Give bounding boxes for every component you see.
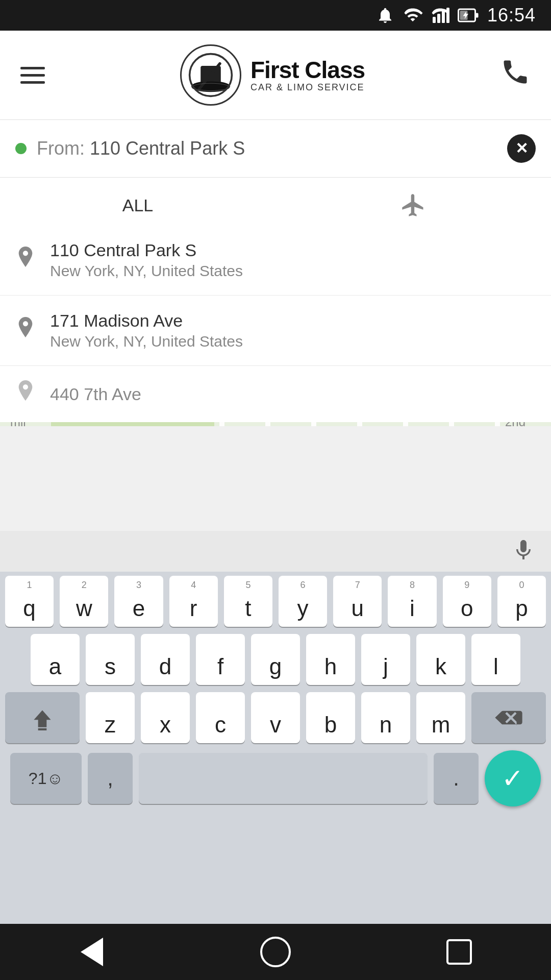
key-m[interactable]: m (416, 692, 465, 743)
svg-rect-2 (442, 11, 445, 23)
logo-circle (180, 44, 241, 106)
key-c[interactable]: c (196, 692, 245, 743)
space-key[interactable] (139, 753, 428, 804)
suggestion-main-1: 110 Central Park S (50, 240, 536, 260)
logo-subtitle: CAR & LIMO SERVICE (251, 83, 365, 93)
search-input-row: From: 110 Central Park S ✕ (0, 120, 551, 178)
pin-icon-1 (15, 247, 36, 274)
svg-rect-6 (475, 13, 478, 18)
clear-button[interactable]: ✕ (507, 134, 536, 163)
key-o[interactable]: 9o (443, 576, 491, 627)
signal-icon (431, 6, 449, 24)
key-z[interactable]: z (86, 692, 135, 743)
search-value: 110 Central Park S (90, 138, 245, 159)
key-g[interactable]: g (251, 634, 300, 685)
key-v[interactable]: v (251, 692, 300, 743)
enter-key[interactable]: ✓ (485, 750, 541, 806)
search-panel: From: 110 Central Park S ✕ ALL (0, 120, 551, 231)
suggestion-text-2: 171 Madison Ave New York, NY, United Sta… (50, 311, 536, 350)
status-bar: 16:54 (0, 0, 551, 31)
tab-all[interactable]: ALL (0, 181, 276, 227)
tab-flight[interactable] (276, 178, 551, 230)
backspace-key[interactable] (471, 692, 546, 743)
mic-icon (511, 537, 536, 564)
mic-button[interactable] (511, 537, 536, 566)
enter-icon: ✓ (502, 763, 524, 794)
nav-recent-button[interactable] (441, 934, 477, 970)
key-j[interactable]: j (361, 634, 410, 685)
period-label: . (453, 766, 459, 791)
key-w[interactable]: 2w (60, 576, 108, 627)
app-header: First Class CAR & LIMO SERVICE (0, 31, 551, 120)
key-e[interactable]: 3e (114, 576, 163, 627)
key-y[interactable]: 6y (279, 576, 327, 627)
key-s[interactable]: s (86, 634, 135, 685)
key-x[interactable]: x (141, 692, 190, 743)
key-row-3: z x c v b n m (5, 692, 546, 743)
suggestion-main-3: 440 7th Ave (50, 384, 141, 404)
shift-key[interactable] (5, 692, 80, 743)
keyboard-area: 1q 2w 3e 4r 5t 6y 7u 8i 9o 0p a s d f g … (0, 531, 551, 924)
key-bottom-row: ?1☺ , . ✓ (5, 750, 546, 806)
keyboard-rows: 1q 2w 3e 4r 5t 6y 7u 8i 9o 0p a s d f g … (0, 572, 551, 811)
key-b[interactable]: b (306, 692, 355, 743)
key-a[interactable]: a (31, 634, 80, 685)
logo-text-area: First Class CAR & LIMO SERVICE (251, 57, 365, 93)
search-field[interactable]: From: 110 Central Park S (37, 138, 497, 159)
clear-icon: ✕ (515, 141, 528, 156)
suggestion-item-2[interactable]: 171 Madison Ave New York, NY, United Sta… (0, 296, 551, 366)
status-time: 16:54 (487, 5, 536, 26)
key-k[interactable]: k (416, 634, 465, 685)
comma-key[interactable]: , (88, 753, 133, 804)
suggestion-sub-2: New York, NY, United States (50, 333, 536, 350)
phone-button[interactable] (500, 57, 531, 93)
svg-rect-39 (38, 728, 47, 730)
logo-area: First Class CAR & LIMO SERVICE (180, 44, 365, 106)
key-q[interactable]: 1q (5, 576, 54, 627)
backspace-icon (495, 707, 522, 728)
home-icon (260, 937, 291, 967)
tabs-row: ALL (0, 178, 551, 231)
logo-title: First Class (251, 57, 365, 83)
key-row-1: 1q 2w 3e 4r 5t 6y 7u 8i 9o 0p (5, 576, 546, 627)
suggestion-item-3[interactable]: 440 7th Ave (0, 366, 551, 422)
shift-icon (30, 705, 55, 730)
key-p[interactable]: 0p (497, 576, 546, 627)
suggestion-main-2: 171 Madison Ave (50, 311, 536, 331)
recent-icon (446, 939, 472, 965)
logo-hat-icon (188, 52, 234, 98)
pin-icon-3 (15, 380, 36, 408)
key-n[interactable]: n (361, 692, 410, 743)
alarm-icon (376, 6, 394, 24)
suggestion-sub-1: New York, NY, United States (50, 262, 536, 280)
back-icon (81, 938, 103, 966)
suggestion-item-1[interactable]: 110 Central Park S New York, NY, United … (0, 225, 551, 296)
key-l[interactable]: l (471, 634, 520, 685)
nav-home-button[interactable] (258, 934, 293, 970)
key-u[interactable]: 7u (333, 576, 382, 627)
svg-rect-3 (446, 8, 449, 23)
menu-button[interactable] (20, 67, 45, 84)
svg-rect-0 (433, 17, 436, 23)
period-key[interactable]: . (434, 753, 479, 804)
pin-icon-2 (15, 317, 36, 345)
key-f[interactable]: f (196, 634, 245, 685)
key-t[interactable]: 5t (224, 576, 272, 627)
svg-rect-1 (437, 14, 440, 23)
comma-label: , (107, 766, 113, 791)
key-i[interactable]: 8i (388, 576, 436, 627)
key-h[interactable]: h (306, 634, 355, 685)
symbol-key[interactable]: ?1☺ (10, 753, 82, 804)
location-dot (15, 143, 27, 154)
symbol-label: ?1☺ (29, 769, 63, 788)
from-label: From: (37, 138, 90, 159)
wifi-icon (403, 6, 423, 24)
flight-icon (400, 192, 427, 218)
suggestion-text-1: 110 Central Park S New York, NY, United … (50, 240, 536, 280)
battery-icon (458, 6, 479, 24)
key-d[interactable]: d (141, 634, 190, 685)
nav-bar (0, 924, 551, 980)
nav-back-button[interactable] (74, 934, 110, 970)
key-r[interactable]: 4r (169, 576, 218, 627)
status-icons: 16:54 (376, 5, 536, 26)
